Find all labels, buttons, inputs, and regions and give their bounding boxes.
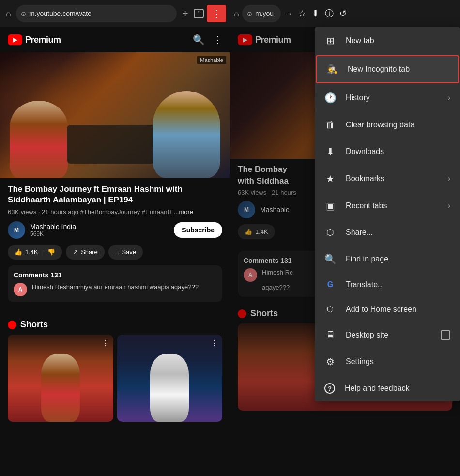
recent-tabs-arrow: › xyxy=(448,201,450,210)
menu-item-help-feedback[interactable]: ? Help and feedback xyxy=(315,375,460,401)
home-icon-right[interactable]: ⌂ xyxy=(234,9,239,19)
yt-logo-right: Premium xyxy=(238,34,291,45)
watermark: Mashable xyxy=(197,56,226,64)
more-icon[interactable]: ⋮ xyxy=(213,34,222,46)
car-interior xyxy=(67,125,164,164)
channel-info: Mashable India 569K xyxy=(30,223,169,237)
incognito-icon: 🕵 xyxy=(326,64,338,75)
channel-name-right: Mashable xyxy=(260,206,290,214)
car-figures xyxy=(0,81,230,178)
download-icon[interactable]: ⬇ xyxy=(312,8,319,19)
settings-icon: ⚙ xyxy=(324,356,336,368)
short-card-2[interactable]: ⋮ xyxy=(117,335,223,422)
search-icon[interactable]: 🔍 xyxy=(193,34,205,46)
back-icon[interactable]: → xyxy=(284,9,292,19)
clear-label: Clear browsing data xyxy=(346,121,450,129)
short-card-1[interactable]: ⋮ xyxy=(8,335,113,422)
shorts-dot xyxy=(8,321,16,329)
menu-item-desktop-site[interactable]: 🖥 Desktop site xyxy=(315,322,460,348)
channel-avatar: M xyxy=(8,221,25,239)
address-bar-left[interactable]: ⊙ m.youtube.com/watc xyxy=(16,5,177,22)
comment-text-right: Himesh Re xyxy=(262,268,293,277)
shorts-title-right: Shorts xyxy=(250,308,278,319)
divider: | xyxy=(42,248,44,256)
dislike-icon: 👎 xyxy=(47,248,55,256)
comment-avatar: A xyxy=(14,283,27,296)
menu-item-downloads[interactable]: ⬇ Downloads xyxy=(315,138,460,165)
find-icon: 🔍 xyxy=(324,253,336,265)
history-arrow: › xyxy=(448,93,450,102)
new-tab-label: New tab xyxy=(346,36,450,45)
url-text-left: m.youtube.com/watc xyxy=(29,10,91,17)
yt-logo-left: Premium xyxy=(8,34,61,45)
shorts-title: Shorts xyxy=(20,320,48,330)
info-icon[interactable]: ⓘ xyxy=(325,8,334,19)
like-button[interactable]: 👍 1.4K | 👎 xyxy=(8,245,62,260)
help-icon: ? xyxy=(324,383,335,394)
secure-icon-right: ⊙ xyxy=(247,10,252,17)
menu-item-add-home-screen[interactable]: ⬡ Add to Home screen xyxy=(315,297,460,322)
share-icon: ⬡ xyxy=(324,227,336,238)
tab-count[interactable]: 1 xyxy=(194,9,204,18)
short-figure-2 xyxy=(150,354,189,422)
video-meta: 63K views · 21 hours ago #TheBombayJourn… xyxy=(8,208,222,215)
like-icon-right: 👍 xyxy=(245,228,252,235)
menu-item-settings[interactable]: ⚙ Settings xyxy=(315,348,460,375)
shorts-grid: ⋮ ⋮ xyxy=(8,335,222,422)
yt-header-icons: 🔍 ⋮ xyxy=(193,34,222,46)
new-incognito-label: New Incognito tab xyxy=(348,65,448,74)
short-card-2-dots[interactable]: ⋮ xyxy=(211,338,218,348)
desktop-site-checkbox[interactable] xyxy=(441,330,450,340)
short-card-1-dots[interactable]: ⋮ xyxy=(102,338,109,348)
bookmarks-arrow: › xyxy=(448,174,450,183)
share-label: Share xyxy=(81,248,98,256)
url-text-right: m.you xyxy=(255,10,274,17)
video-title: The Bombay Journey ft Emraan Hashmi with… xyxy=(8,184,222,205)
menu-item-translate[interactable]: G Translate... xyxy=(315,273,460,297)
recent-tabs-icon: ▣ xyxy=(324,200,336,212)
menu-item-clear-browsing-data[interactable]: 🗑 Clear browsing data xyxy=(315,111,460,138)
dropdown-menu: ⊞ New tab 🕵 New Incognito tab 🕐 History … xyxy=(315,27,460,401)
yt-premium-text-right: Premium xyxy=(255,35,291,45)
shorts-section: Shorts ⋮ ⋮ xyxy=(0,314,230,428)
figure-right xyxy=(153,91,220,178)
comments-section: Comments 131 A Himesh Reshammiya aur emr… xyxy=(8,265,222,302)
menu-item-bookmarks[interactable]: ★ Bookmarks › xyxy=(315,165,460,192)
video-thumbnail[interactable]: Mashable xyxy=(0,52,230,178)
share-button[interactable]: ↗ Share xyxy=(66,245,105,260)
menu-item-new-incognito-tab[interactable]: 🕵 New Incognito tab xyxy=(316,55,459,83)
menu-dots-button[interactable]: ⋮ xyxy=(207,5,226,22)
browser-bar-left: ⌂ ⊙ m.youtube.com/watc + 1 ⋮ xyxy=(0,0,230,27)
more-link[interactable]: ...more xyxy=(174,208,193,215)
history-label: History xyxy=(346,93,438,102)
figure-left xyxy=(10,101,68,178)
nav-icons: → ☆ ⬇ ⓘ ↺ xyxy=(284,8,456,19)
save-button[interactable]: + Save xyxy=(108,245,143,260)
add-home-label: Add to Home screen xyxy=(346,305,450,314)
comment-row: A Himesh Reshammiya aur emraan hashmi wa… xyxy=(14,283,216,296)
home-icon[interactable]: ⌂ xyxy=(4,7,13,21)
left-panel: ⌂ ⊙ m.youtube.com/watc + 1 ⋮ Premium 🔍 ⋮… xyxy=(0,0,230,476)
add-tab-button[interactable]: + xyxy=(180,6,191,21)
refresh-icon[interactable]: ↺ xyxy=(339,8,347,19)
add-home-icon: ⬡ xyxy=(324,305,336,314)
like-button-right[interactable]: 👍 1.4K xyxy=(238,224,275,239)
new-tab-icon: ⊞ xyxy=(324,35,336,46)
history-icon: 🕐 xyxy=(324,92,336,104)
subscribe-button[interactable]: Subscribe xyxy=(174,222,222,238)
menu-item-share[interactable]: ⬡ Share... xyxy=(315,219,460,246)
channel-row: M Mashable India 569K Subscribe xyxy=(8,221,222,239)
menu-item-history[interactable]: 🕐 History › xyxy=(315,84,460,111)
youtube-icon-right xyxy=(238,34,252,45)
menu-item-new-tab[interactable]: ⊞ New tab xyxy=(315,27,460,54)
address-bar-right[interactable]: ⊙ m.you xyxy=(242,5,281,22)
channel-name: Mashable India xyxy=(30,223,169,230)
desktop-icon: 🖥 xyxy=(324,329,336,340)
share-icon: ↗ xyxy=(73,248,78,256)
short-figure-1 xyxy=(41,354,80,422)
downloads-icon: ⬇ xyxy=(324,146,336,157)
bookmark-icon[interactable]: ☆ xyxy=(298,8,306,19)
shorts-dot-right xyxy=(238,309,246,318)
menu-item-recent-tabs[interactable]: ▣ Recent tabs › xyxy=(315,192,460,219)
menu-item-find-in-page[interactable]: 🔍 Find in page xyxy=(315,246,460,273)
